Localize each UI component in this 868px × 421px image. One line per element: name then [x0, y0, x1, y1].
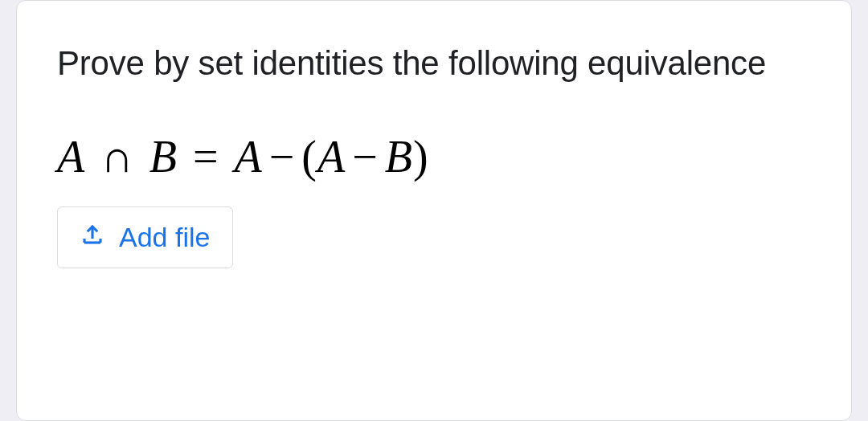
question-card: Prove by set identities the following eq…	[16, 0, 852, 421]
add-file-button[interactable]: Add file	[57, 206, 233, 268]
equation: A ∩ B = A−(A−B)	[57, 131, 811, 182]
question-prompt: Prove by set identities the following eq…	[57, 41, 811, 87]
upload-icon	[80, 222, 104, 253]
add-file-label: Add file	[119, 222, 210, 253]
